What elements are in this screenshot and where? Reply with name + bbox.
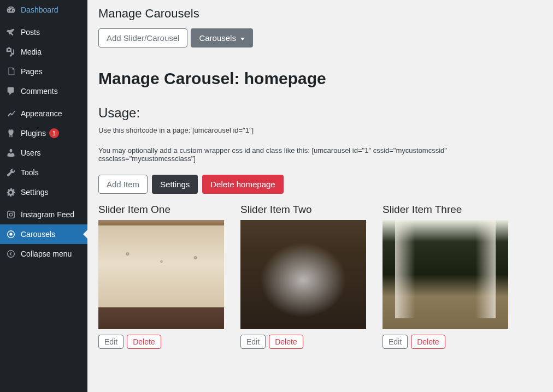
sidebar-item-label: Collapse menu	[21, 250, 72, 258]
sidebar-item-media[interactable]: Media	[0, 42, 87, 62]
usage-heading: Usage:	[98, 105, 542, 121]
item-button-row: Edit Delete	[240, 335, 366, 349]
usage-shortcode-text: Use this shortcode in a page: [umcarouse…	[98, 126, 542, 134]
settings-icon	[5, 187, 16, 198]
slider-item-title: Slider Item Two	[240, 204, 366, 216]
usage-optional-text: You may optionally add a custom wrapper …	[98, 146, 542, 163]
pages-icon	[5, 66, 16, 77]
slider-item-image	[240, 220, 366, 329]
collapse-icon	[5, 248, 16, 259]
carousel-heading: Manage Carousel: homepage	[98, 69, 542, 88]
sidebar-item-carousels[interactable]: Carousels	[0, 224, 87, 244]
slider-item: Slider Item One Edit Delete	[98, 204, 224, 349]
dashboard-icon	[5, 4, 16, 15]
sidebar-item-label: Dashboard	[21, 5, 58, 14]
sidebar-item-dashboard[interactable]: Dashboard	[0, 0, 87, 20]
sidebar-item-label: Settings	[21, 188, 49, 197]
sidebar-item-label: Plugins	[21, 129, 46, 138]
comments-icon	[5, 86, 16, 97]
sidebar-item-settings[interactable]: Settings	[0, 182, 87, 202]
plugins-icon	[5, 128, 16, 139]
svg-point-5	[8, 251, 15, 258]
instagram-icon	[5, 209, 16, 220]
edit-button[interactable]: Edit	[98, 335, 123, 349]
item-button-row: Edit Delete	[383, 335, 508, 349]
sidebar-item-label: Users	[21, 149, 41, 157]
sidebar-item-appearance[interactable]: Appearance	[0, 104, 87, 123]
sidebar-item-label: Media	[21, 47, 42, 56]
sidebar-item-label: Instagram Feed	[21, 210, 74, 219]
item-button-row: Edit Delete	[98, 335, 224, 349]
delete-carousel-button[interactable]: Delete homepage	[202, 175, 283, 194]
sidebar-item-plugins[interactable]: Plugins 1	[0, 123, 87, 143]
sidebar-item-label: Carousels	[21, 230, 55, 239]
users-icon	[5, 147, 16, 158]
action-button-row: Add Item Settings Delete homepage	[98, 175, 542, 194]
delete-button[interactable]: Delete	[411, 335, 445, 349]
slider-items-grid: Slider Item One Edit Delete Slider Item …	[98, 204, 542, 349]
sidebar-item-label: Tools	[21, 168, 39, 177]
sidebar-item-collapse[interactable]: Collapse menu	[0, 244, 87, 264]
svg-point-2	[13, 212, 14, 213]
tools-icon	[5, 167, 16, 178]
sidebar-item-users[interactable]: Users	[0, 143, 87, 163]
settings-button[interactable]: Settings	[152, 175, 198, 194]
sidebar-item-label: Appearance	[21, 109, 62, 118]
update-badge: 1	[49, 128, 59, 138]
sidebar-item-instagram-feed[interactable]: Instagram Feed	[0, 205, 87, 224]
carousel-icon	[5, 229, 16, 240]
caret-down-icon	[240, 38, 245, 40]
slider-item-image	[383, 220, 508, 329]
slider-item: Slider Item Two Edit Delete	[240, 204, 366, 349]
sidebar-item-posts[interactable]: Posts	[0, 22, 87, 42]
delete-button[interactable]: Delete	[269, 335, 303, 349]
carousels-dropdown[interactable]: Carousels	[191, 28, 253, 47]
add-slider-button[interactable]: Add Slider/Carousel	[98, 28, 187, 47]
delete-button[interactable]: Delete	[127, 335, 161, 349]
svg-point-1	[9, 213, 12, 216]
dropdown-label: Carousels	[199, 33, 236, 43]
admin-sidebar: Dashboard Posts Media Pages Comments	[0, 0, 87, 392]
sidebar-item-label: Comments	[21, 87, 58, 96]
sidebar-item-pages[interactable]: Pages	[0, 62, 87, 81]
slider-item-title: Slider Item One	[98, 204, 224, 216]
page-title: Manage Carousels	[98, 7, 542, 21]
appearance-icon	[5, 108, 16, 119]
svg-point-4	[9, 233, 12, 235]
sidebar-item-label: Pages	[21, 67, 43, 76]
sidebar-item-label: Posts	[21, 28, 40, 37]
edit-button[interactable]: Edit	[383, 335, 408, 349]
top-button-row: Add Slider/Carousel Carousels	[98, 28, 542, 47]
sidebar-item-tools[interactable]: Tools	[0, 163, 87, 182]
slider-item-image	[98, 220, 224, 329]
sidebar-item-comments[interactable]: Comments	[0, 81, 87, 101]
edit-button[interactable]: Edit	[240, 335, 266, 349]
add-item-button[interactable]: Add Item	[98, 175, 148, 194]
pin-icon	[5, 27, 16, 38]
slider-item: Slider Item Three Edit Delete	[383, 204, 508, 349]
svg-rect-0	[8, 211, 15, 218]
slider-item-title: Slider Item Three	[383, 204, 508, 216]
main-content: Manage Carousels Add Slider/Carousel Car…	[87, 0, 553, 392]
media-icon	[5, 46, 16, 57]
